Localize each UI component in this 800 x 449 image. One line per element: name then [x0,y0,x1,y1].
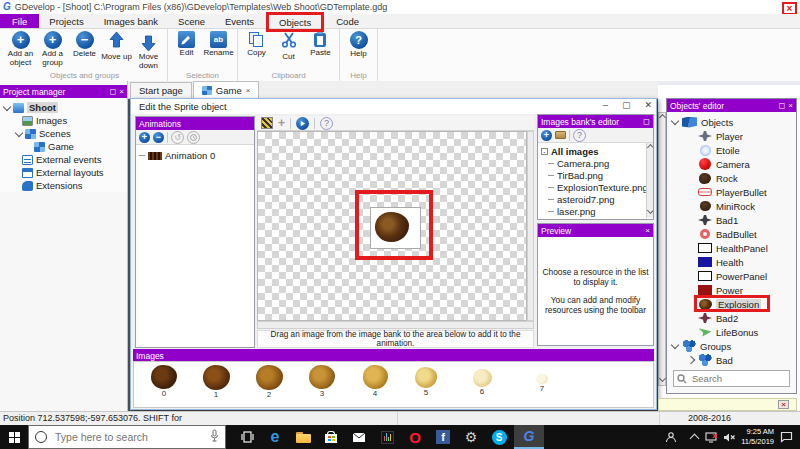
resource-root-item[interactable]: - All images [541,145,651,157]
search-input[interactable] [690,372,774,385]
objects-search-box[interactable] [673,370,790,387]
object-item-bad2[interactable]: Bad2 [672,311,796,325]
scroll-up-icon[interactable] [658,114,665,121]
frame-2[interactable]: 2 [247,365,291,399]
cut-button[interactable]: Cut [273,30,304,71]
object-item-etoile[interactable]: Etoile [672,143,796,157]
file-explorer-icon[interactable] [290,425,316,449]
object-item-rock[interactable]: Rock [672,171,796,185]
close-icon[interactable]: ✕ [644,100,652,110]
tree-item-game[interactable]: Game [4,140,127,153]
skype-icon[interactable]: S [486,425,512,449]
help-icon[interactable]: ? [573,129,586,142]
object-item-badbullet[interactable]: BadBullet [672,227,796,241]
tree-item-external-layouts[interactable]: External layouts [4,166,127,179]
groups-root-item[interactable]: Groups [672,339,796,353]
vertical-scrollbar[interactable] [658,112,666,386]
tree-item-images[interactable]: Images [4,114,127,127]
copy-button[interactable]: Copy [241,30,272,71]
move-down-button[interactable]: Move down [133,30,164,71]
menu-projects[interactable]: Projects [39,14,93,28]
object-item-minirock[interactable]: MiniRock [672,199,796,213]
menu-scene[interactable]: Scene [168,14,215,28]
minimize-icon[interactable]: – [603,100,608,110]
scroll-down-icon[interactable] [658,375,665,382]
resource-item[interactable]: asteroid7.png [541,193,651,205]
paste-button[interactable]: Paste [305,30,336,71]
chevron-down-icon[interactable] [671,341,679,349]
tree-item-external-events[interactable]: External events [4,153,127,166]
add-resource-icon[interactable]: + [541,130,552,141]
chevron-right-icon[interactable] [687,356,695,364]
resource-list-scrollbar[interactable] [646,143,653,218]
add-animation-icon[interactable]: + [139,132,150,143]
move-up-button[interactable]: Move up [101,30,132,71]
settings-gear-icon[interactable]: ⚙ [458,425,484,449]
undock-icon[interactable]: ◻ [110,87,117,96]
dialog-title-bar[interactable]: Edit the Sprite object [131,99,656,114]
menu-images-bank[interactable]: Images bank [94,14,168,28]
microphone-icon[interactable] [210,428,219,446]
object-item-lifebonus[interactable]: LifeBonus [672,325,796,339]
opera-icon[interactable]: O [402,425,428,449]
resource-item[interactable]: laser.png [541,205,651,217]
group-item-bad[interactable]: Bad [672,353,796,367]
collapse-box-icon[interactable]: - [541,148,548,155]
facebook-icon[interactable]: f [430,425,456,449]
frame-1[interactable]: 1 [194,365,238,399]
close-panel-icon[interactable]: × [645,226,650,235]
undock-icon[interactable]: ◻ [643,117,650,126]
close-icon[interactable]: × [778,400,789,409]
chevron-down-icon[interactable] [15,128,23,136]
chevron-down-icon[interactable] [3,102,11,110]
maximize-icon[interactable]: ▢ [622,100,631,110]
frame-7[interactable]: 7 [520,374,564,393]
animation-0-item[interactable]: Animation 0 [139,149,251,162]
object-item-explosion[interactable]: Explosion [672,297,796,311]
menu-code[interactable]: Code [326,14,369,28]
frame-6[interactable]: 6 [460,369,504,396]
close-panel-icon[interactable]: × [788,101,793,110]
tray-expand-chevron-icon[interactable] [686,425,702,449]
object-item-bad1[interactable]: Bad1 [672,213,796,227]
taskbar-search-input[interactable] [53,430,204,444]
tab-start-page[interactable]: Start page [130,82,192,98]
help-icon[interactable]: ? [320,117,333,130]
loop-icon[interactable]: ↺ [171,131,184,144]
remove-animation-icon[interactable]: − [153,132,164,143]
menu-events[interactable]: Events [215,14,264,28]
object-item-playerbullet[interactable]: PlayerBullet [672,185,796,199]
taskbar-search-box[interactable] [28,425,226,449]
frame-5[interactable]: 5 [404,367,448,397]
task-view-button[interactable] [234,425,260,449]
gdevelop-taskbar-icon[interactable]: G [514,425,544,449]
object-item-powerpanel[interactable]: PowerPanel [672,269,796,283]
photos-app-icon[interactable] [374,425,400,449]
resource-item[interactable]: Camera.png [541,157,651,169]
object-item-healthpanel[interactable]: HealthPanel [672,241,796,255]
frame-4[interactable]: 4 [353,365,397,398]
close-panel-icon[interactable]: × [119,87,124,96]
tab-game[interactable]: Game × [193,81,260,98]
object-item-player[interactable]: Player [672,129,796,143]
edit-image-icon[interactable] [261,117,273,129]
close-tab-icon[interactable]: × [246,86,251,95]
objects-root-item[interactable]: Objects [672,115,796,129]
package-icon[interactable] [555,131,566,139]
tree-item-shoot[interactable]: Shoot [4,101,127,114]
delete-button[interactable]: − Delete [69,30,100,71]
tree-item-extensions[interactable]: Extensions [4,179,127,192]
frame-0[interactable]: 0 [142,365,186,398]
chevron-down-icon[interactable] [671,117,679,125]
store-icon[interactable] [318,425,344,449]
add-group-button[interactable]: + Add a group [37,30,68,71]
resource-item[interactable]: ExplosionTexture.png [541,181,651,193]
people-icon[interactable] [660,425,682,449]
add-image-icon[interactable]: + [278,116,285,130]
rename-button[interactable]: ab Rename [203,30,234,71]
help-button[interactable]: ? Help [343,30,374,71]
object-item-camera[interactable]: Camera [672,157,796,171]
scroll-down-icon[interactable] [646,207,653,214]
images-strip[interactable]: 0 1 2 3 4 5 6 [133,361,654,408]
sprite-canvas[interactable] [257,131,527,321]
